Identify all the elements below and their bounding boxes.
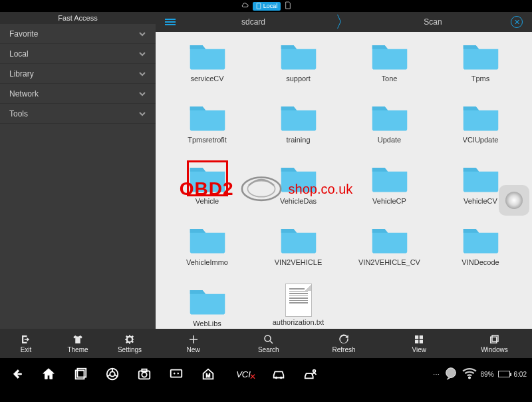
folder-icon [370, 161, 410, 196]
sidebar-item-tools[interactable]: Tools [0, 104, 156, 124]
sidebar-item-local[interactable]: Local [0, 44, 156, 64]
nav-vehicle-button[interactable] [269, 364, 289, 384]
folder-tile[interactable]: Tpmsretrofit [165, 100, 249, 158]
nav-home-button[interactable] [39, 364, 59, 384]
hamburger-icon[interactable] [165, 19, 176, 25]
folder-icon [461, 100, 501, 134]
sidebar-item-favorite[interactable]: Favorite [0, 24, 156, 44]
tshirt-icon [72, 333, 84, 345]
folder-tile[interactable]: WebLibs [165, 284, 249, 329]
sidebar-item-label: Local [9, 49, 29, 59]
nav-vci-button[interactable]: VCI✕ [230, 364, 257, 384]
folder-tile[interactable]: VIN2VEHICLE [256, 222, 340, 281]
chevron-down-icon [138, 70, 146, 78]
windows-label: Windows [481, 346, 508, 353]
folder-icon [188, 39, 227, 73]
refresh-icon [338, 333, 350, 345]
exit-button[interactable]: Exit [0, 329, 52, 358]
folder-tile[interactable]: VehicleDas [256, 161, 340, 220]
svg-rect-0 [257, 3, 261, 9]
svg-rect-2 [415, 335, 418, 339]
svg-point-18 [174, 373, 175, 374]
nav-camera-button[interactable] [134, 364, 154, 384]
sidebar-item-label: Network [9, 89, 39, 99]
svg-point-23 [313, 370, 316, 373]
folder-tile[interactable]: Update [347, 100, 432, 158]
windows-icon [488, 333, 500, 345]
folder-icon [188, 222, 227, 257]
sidebar-spacer [0, 124, 156, 329]
tile-label: VIN2VEHICLE_CV [358, 258, 420, 266]
folder-tile[interactable]: VIN2VEHICLE_CV [347, 222, 432, 281]
nav-maxisys-button[interactable]: M [198, 364, 218, 384]
folder-grid: serviceCVsupportToneTpmsTpmsretrofittrai… [156, 32, 532, 329]
tile-label: Update [378, 136, 401, 144]
path-segment-1[interactable]: sdcard [181, 17, 326, 27]
view-button[interactable]: View [382, 329, 457, 358]
folder-tile[interactable]: support [256, 39, 340, 97]
svg-rect-4 [415, 340, 418, 343]
svg-rect-5 [420, 340, 423, 343]
refresh-button[interactable]: Refresh [306, 329, 381, 358]
file-tile[interactable]: authorization.txt [256, 284, 340, 329]
sdcard-icon[interactable] [285, 1, 291, 11]
wifi-pct: 89% [481, 371, 494, 378]
svg-point-19 [178, 373, 179, 374]
svg-point-1 [265, 335, 271, 341]
home-icon [41, 367, 56, 381]
new-button[interactable]: New [156, 329, 231, 358]
path-segment-2[interactable]: Scan [360, 17, 505, 27]
refresh-label: Refresh [332, 346, 356, 353]
folder-icon [188, 161, 227, 196]
tile-label: Vehicle [196, 197, 219, 205]
path-header: sdcard 〉 Scan ✕ [156, 12, 532, 32]
nav-app1-button[interactable] [166, 364, 186, 384]
display-icon [169, 367, 184, 381]
sidebar-item-label: Favorite [9, 29, 38, 39]
storage-local-label: Local [263, 2, 278, 11]
folder-tile[interactable]: VINDecode [438, 222, 523, 281]
svg-text:M: M [206, 373, 211, 379]
sidebar-item-label: Tools [9, 109, 28, 118]
theme-button[interactable]: Theme [52, 329, 104, 358]
folder-tile[interactable]: VCIUpdate [438, 100, 523, 158]
close-button[interactable]: ✕ [511, 16, 523, 28]
car-person-icon [303, 367, 318, 381]
cloud-icon [241, 2, 249, 10]
folder-icon [188, 100, 227, 134]
back-arrow-icon [9, 367, 24, 381]
path-separator-icon: 〉 [335, 11, 351, 33]
gear-icon [124, 333, 136, 345]
os-statusbar-top: Local [0, 0, 532, 12]
assistive-touch[interactable] [499, 185, 529, 216]
battery-icon [498, 371, 510, 377]
storage-local-chip[interactable]: Local [253, 2, 281, 11]
sidebar-item-label: Library [9, 69, 34, 79]
folder-tile[interactable]: Vehicle [165, 161, 249, 220]
settings-label: Settings [118, 346, 142, 353]
nav-back-button[interactable] [7, 364, 27, 384]
folder-tile[interactable]: VehicleImmo [165, 222, 249, 281]
search-icon [263, 333, 275, 345]
windows-button[interactable]: Windows [457, 329, 532, 358]
maxisys-home-icon: M [201, 367, 215, 381]
tile-label: Tpmsretrofit [188, 136, 227, 144]
sidebar-item-network[interactable]: Network [0, 84, 156, 104]
exit-label: Exit [21, 346, 32, 353]
folder-icon [279, 161, 319, 196]
nav-recent-button[interactable] [70, 364, 90, 384]
folder-icon [461, 161, 501, 196]
folder-tile[interactable]: Tone [347, 39, 432, 97]
folder-tile[interactable]: serviceCV [165, 39, 249, 97]
nav-service-button[interactable] [301, 364, 321, 384]
folder-tile[interactable]: training [256, 100, 340, 158]
folder-icon [279, 39, 319, 73]
sidebar-item-library[interactable]: Library [0, 64, 156, 84]
folder-tile[interactable]: Tpms [438, 39, 523, 97]
settings-button[interactable]: Settings [104, 329, 156, 358]
tile-label: Tpms [471, 75, 490, 83]
search-button[interactable]: Search [231, 329, 306, 358]
folder-tile[interactable]: VehicleCP [347, 161, 432, 220]
nav-browser-button[interactable] [102, 364, 122, 384]
car-icon [271, 367, 286, 381]
